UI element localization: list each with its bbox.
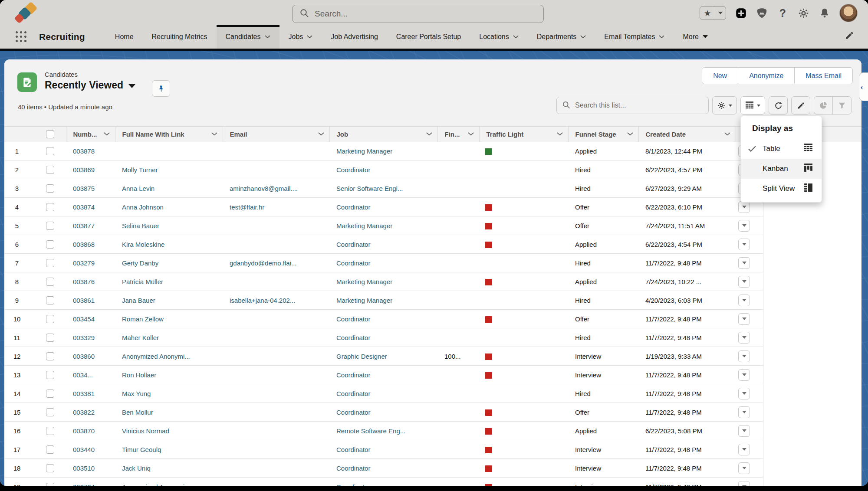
edit-nav-pencil-icon[interactable] xyxy=(845,31,854,42)
column-header-full-name-with-link[interactable]: Full Name With Link xyxy=(115,126,223,142)
tab-email-templates[interactable]: Email Templates xyxy=(595,25,674,49)
tab-departments[interactable]: Departments xyxy=(528,25,595,49)
candidate-number-link[interactable]: 003876 xyxy=(73,278,95,285)
tab-career-portals-setup[interactable]: Career Portals Setup xyxy=(387,25,470,49)
candidate-number-link[interactable]: 003868 xyxy=(73,241,95,248)
candidate-name-link[interactable]: Jana Bauer xyxy=(122,297,155,304)
candidate-number-link[interactable]: 003869 xyxy=(73,166,95,173)
candidate-name-link[interactable]: Ben Mollur xyxy=(122,409,153,416)
row-actions-button[interactable] xyxy=(738,406,750,418)
candidate-number-link[interactable]: 003381 xyxy=(73,390,95,397)
candidate-number-link[interactable]: 0034... xyxy=(73,371,93,379)
global-search[interactable] xyxy=(292,5,544,23)
row-actions-button[interactable] xyxy=(738,239,750,250)
star-icon[interactable]: ★ xyxy=(700,7,715,20)
tab-recruiting-metrics[interactable]: Recruiting Metrics xyxy=(143,25,217,49)
row-checkbox[interactable] xyxy=(46,296,54,304)
job-link[interactable]: Coordinator xyxy=(336,483,370,486)
row-checkbox[interactable] xyxy=(46,427,54,435)
row-checkbox[interactable] xyxy=(46,222,54,230)
candidate-name-link[interactable]: Kira Moleskine xyxy=(122,241,164,248)
candidate-number-link[interactable]: 003440 xyxy=(73,446,95,453)
job-link[interactable]: Coordinator xyxy=(336,465,370,472)
column-header-email[interactable]: Email xyxy=(223,126,329,142)
row-checkbox[interactable] xyxy=(46,408,54,416)
job-link[interactable]: Coordinator xyxy=(336,315,370,323)
row-actions-button[interactable] xyxy=(738,276,750,288)
job-link[interactable]: Marketing Manager xyxy=(336,297,392,304)
candidate-number-link[interactable]: 003877 xyxy=(73,222,95,229)
column-header-job[interactable]: Job xyxy=(329,126,437,142)
select-all-checkbox[interactable] xyxy=(46,130,54,138)
job-link[interactable]: Coordinator xyxy=(336,259,370,267)
column-header-fin-[interactable]: Fin... xyxy=(437,126,479,142)
candidate-email-link[interactable]: gdanbydo@demo.flai... xyxy=(230,259,297,267)
job-link[interactable]: Coordinator xyxy=(336,446,370,453)
edit-list-button[interactable] xyxy=(791,96,810,115)
anonymize-button[interactable]: Anonymize xyxy=(738,68,794,84)
app-launcher-icon[interactable] xyxy=(16,31,27,43)
candidate-name-link[interactable]: Anna Levin xyxy=(122,185,155,192)
candidate-number-link[interactable]: 003878 xyxy=(73,147,95,155)
list-settings-button[interactable] xyxy=(712,96,737,115)
row-actions-button[interactable] xyxy=(738,350,750,362)
candidate-name-link[interactable]: Maher Koller xyxy=(122,334,159,341)
tab-jobs[interactable]: Jobs xyxy=(279,25,322,49)
row-checkbox[interactable] xyxy=(46,315,54,323)
row-actions-button[interactable] xyxy=(738,444,750,455)
candidate-name-link[interactable]: Roman Zellow xyxy=(122,315,164,323)
column-header-traffic-light[interactable]: Traffic Light xyxy=(479,126,568,142)
row-checkbox[interactable] xyxy=(46,371,54,379)
tab-more[interactable]: More xyxy=(674,25,717,49)
candidate-name-link[interactable]: Anna Johnson xyxy=(122,203,164,211)
candidate-name-link[interactable]: Selina Bauer xyxy=(122,222,159,229)
display-option-split-view[interactable]: Split View xyxy=(741,179,822,199)
job-link[interactable]: Graphic Designer xyxy=(336,353,387,360)
row-actions-button[interactable] xyxy=(738,369,750,381)
candidate-number-link[interactable]: 003724 xyxy=(73,483,95,486)
candidate-name-link[interactable]: Jack Uniq xyxy=(122,465,151,472)
row-checkbox[interactable] xyxy=(46,259,54,267)
row-checkbox[interactable] xyxy=(46,147,54,155)
candidate-name-link[interactable]: Timur Geoulq xyxy=(122,446,161,453)
display-option-kanban[interactable]: Kanban xyxy=(741,159,822,179)
candidate-email-link[interactable]: aminzhanov8@gmail.... xyxy=(230,185,298,192)
job-link[interactable]: Coordinator xyxy=(336,371,370,379)
refresh-button[interactable] xyxy=(769,96,788,115)
job-link[interactable]: Coordinator xyxy=(336,409,370,416)
list-view-title[interactable]: Recently Viewed xyxy=(45,79,135,91)
list-search-input[interactable] xyxy=(574,101,693,110)
side-panel-handle[interactable]: ‹ xyxy=(859,72,868,101)
setup-gear-icon[interactable] xyxy=(798,7,809,19)
row-checkbox[interactable] xyxy=(46,390,54,398)
list-search[interactable] xyxy=(556,97,709,114)
candidate-number-link[interactable]: 003510 xyxy=(73,465,95,472)
tab-candidates[interactable]: Candidates xyxy=(217,25,279,49)
favorites-button-group[interactable]: ★ xyxy=(700,6,726,20)
row-actions-button[interactable] xyxy=(738,388,750,399)
column-header-created-date[interactable]: Created Date xyxy=(638,126,736,142)
row-checkbox[interactable] xyxy=(46,445,54,454)
new-button[interactable]: New xyxy=(702,68,738,84)
candidate-number-link[interactable]: 003822 xyxy=(73,409,95,416)
row-checkbox[interactable] xyxy=(46,352,54,360)
row-checkbox[interactable] xyxy=(46,483,54,486)
tab-job-advertising[interactable]: Job Advertising xyxy=(322,25,387,49)
row-actions-button[interactable] xyxy=(738,257,750,269)
favorites-chevron-icon[interactable] xyxy=(715,7,726,20)
job-link[interactable]: Marketing Manager xyxy=(336,278,392,285)
row-actions-button[interactable] xyxy=(738,332,750,344)
job-link[interactable]: Marketing Manager xyxy=(336,222,392,229)
row-checkbox[interactable] xyxy=(46,203,54,211)
candidate-name-link[interactable]: Molly Turner xyxy=(122,166,158,173)
mass-email-button[interactable]: Mass Email xyxy=(794,68,852,84)
candidate-number-link[interactable]: 003329 xyxy=(73,334,95,341)
candidate-number-link[interactable]: 003875 xyxy=(73,185,95,192)
candidate-number-link[interactable]: 003454 xyxy=(73,315,95,323)
column-header-numb-[interactable]: Numb... xyxy=(66,126,115,142)
row-checkbox[interactable] xyxy=(46,278,54,286)
charts-button[interactable] xyxy=(814,97,832,114)
column-header-funnel-stage[interactable]: Funnel Stage xyxy=(568,126,638,142)
candidate-name-link[interactable]: Gerty Danby xyxy=(122,259,158,267)
row-checkbox[interactable] xyxy=(46,334,54,342)
